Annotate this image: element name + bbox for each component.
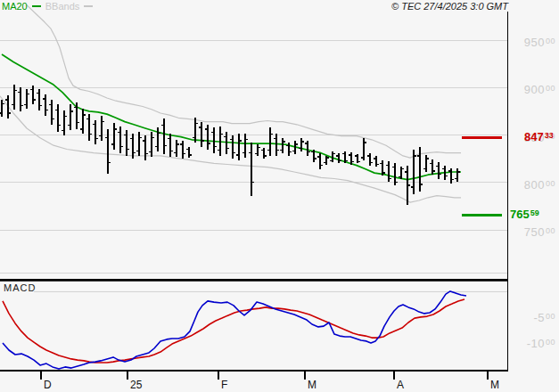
price-tick-label: 95000	[524, 36, 555, 49]
resistance-marker-label: 84733	[524, 130, 554, 143]
macd-panel-label: MACD	[4, 282, 36, 293]
copyright-text: © TEC 27/4/2025 3:0 GMT	[391, 1, 508, 12]
ma20-legend-label: MA20	[2, 1, 28, 12]
x-axis-label: F	[221, 379, 227, 391]
price-tick-label: 80000	[524, 178, 555, 192]
macd-tick-label: -1000	[527, 337, 555, 350]
chart-legend: MA20 BBands	[2, 1, 93, 12]
price-tick-label: 75000	[524, 225, 555, 239]
chart-window: MA20 BBands © TEC 27/4/2025 3:0 GMT MACD…	[0, 0, 559, 392]
panel-separator	[0, 279, 508, 282]
price-tick-label: 90000	[524, 83, 555, 96]
ohlc-bars	[0, 85, 460, 205]
support-marker-label: 76559	[510, 208, 539, 221]
macd-tick-label: -500	[533, 311, 555, 324]
x-axis-label: A	[397, 379, 404, 391]
bbands-line-swatch-icon	[84, 5, 93, 7]
x-axis-label: M	[490, 379, 499, 391]
ma20-line-swatch-icon	[32, 5, 41, 7]
x-axis-label: D	[44, 379, 52, 391]
x-axis-label: 25	[130, 379, 142, 391]
macd-signal-line	[3, 299, 464, 363]
price-and-macd-chart	[0, 0, 559, 392]
bbands-legend-label: BBands	[45, 1, 80, 12]
x-axis-label: M	[308, 379, 316, 391]
